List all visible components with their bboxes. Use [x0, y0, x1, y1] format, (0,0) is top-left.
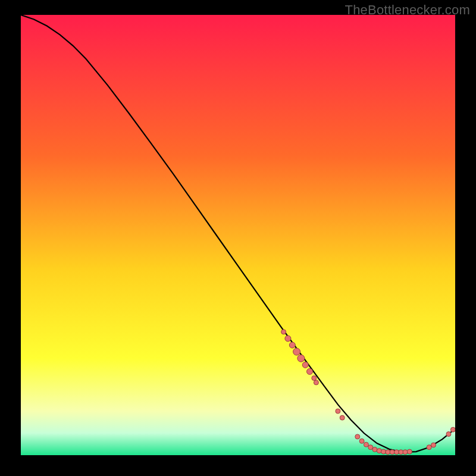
scatter-dot [372, 447, 377, 452]
scatter-dot [450, 427, 455, 432]
scatter-dot [359, 439, 364, 443]
scatter-dot [355, 434, 360, 439]
scatter-dot [446, 432, 451, 437]
curve-path [21, 15, 455, 452]
scatter-dot [289, 342, 295, 348]
scatter-dot [307, 368, 313, 374]
scatter-dot [285, 336, 291, 342]
plot-area [21, 15, 455, 455]
scatter-dot [390, 450, 394, 455]
scatter-dot [302, 362, 308, 368]
scatter-dot [407, 449, 412, 454]
scatter-dot [293, 348, 300, 355]
scatter-dot [381, 449, 386, 454]
curve-layer [21, 15, 455, 455]
scatter-dot [340, 415, 345, 420]
scatter-dot [281, 330, 286, 334]
scatter-dot [314, 380, 318, 385]
scatter-dot [431, 443, 436, 447]
scatter-dot [298, 355, 305, 362]
scatter-dot [336, 409, 340, 414]
scatter-dot [403, 450, 408, 455]
scatter-dot [364, 442, 368, 447]
chart-stage: TheBottlenecker.com [0, 0, 476, 476]
scatter-dot [312, 376, 317, 381]
scatter-dot [377, 449, 381, 453]
scatter-dot [427, 445, 431, 450]
